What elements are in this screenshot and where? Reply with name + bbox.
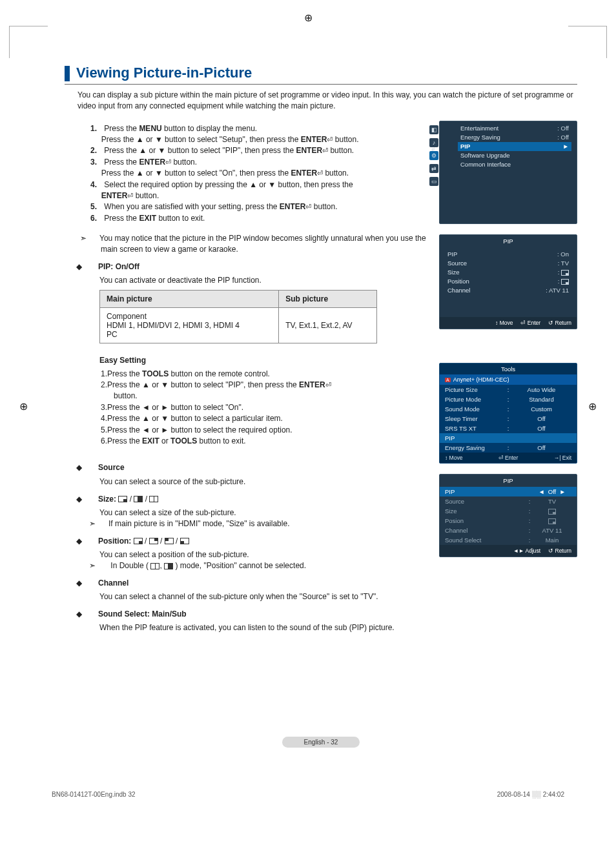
easy-setting-title: Easy Setting xyxy=(99,356,146,365)
pip-unnatural-note: ➣You may notice that the picture in the … xyxy=(65,233,426,255)
pip-onoff-desc: You can activate or deactivate the PIP f… xyxy=(99,275,426,286)
size-double-icon xyxy=(150,563,159,569)
page-title: Viewing Picture-in-Picture xyxy=(76,65,252,81)
osd-pip-adjust-menu: PIP PIP ◄ Off ► Source:TV Size: Posion: … xyxy=(439,474,577,557)
osd-row: Energy Saving: Off xyxy=(458,133,571,142)
doc-timestamp: 2008-08-14 ░░ 2:44:02 xyxy=(497,791,564,798)
step-3: 3. Press the ENTER ⏎ button. Press the ▲… xyxy=(90,157,426,179)
anynet-badge-icon: A xyxy=(445,378,451,382)
pos-tr-icon xyxy=(149,538,158,544)
osd-row: Software Upgrade xyxy=(458,151,571,160)
osd-row: Source: TV xyxy=(445,259,571,268)
osd-row: Energy Saving:Off xyxy=(440,443,577,453)
osd-row: PIP: On xyxy=(445,250,571,259)
osd-row: Channel:ATV 11 xyxy=(440,526,577,535)
osd-row-selected: PIP xyxy=(440,433,577,443)
osd-footer: ◄► Adjust ↺ Return xyxy=(440,545,577,557)
right-arrow-icon: ► xyxy=(560,488,566,495)
sound-tab-icon: ♪ xyxy=(429,138,438,147)
osd-row: Picture Mode:Standard xyxy=(440,394,577,404)
osd-footer: ↕ Move ⏎ Enter ↺ Return xyxy=(440,317,577,329)
step-2: 2. Press the ▲ or ▼ button to select "PI… xyxy=(90,145,426,156)
pos-tl-icon xyxy=(165,538,174,544)
step-5: 5. When you are satisfied with your sett… xyxy=(90,201,426,212)
position-heading: ◆Position: / / / xyxy=(88,536,426,547)
easy-steps: 1.Press the TOOLS button on the remote c… xyxy=(101,369,426,447)
osd-row: Sound Select:Main xyxy=(440,535,577,545)
enter-icon: ⏎ xyxy=(322,146,328,156)
osd-row: Common Interface xyxy=(458,160,571,169)
size-half-icon xyxy=(164,563,173,569)
title-accent-bar xyxy=(65,66,70,81)
osd-row: Size: xyxy=(445,268,571,277)
step-1: 1. Press the MENU button to display the … xyxy=(90,123,426,146)
osd-tools-title: Tools xyxy=(440,363,577,374)
osd-row: Source:TV xyxy=(440,496,577,506)
size-small-icon xyxy=(548,509,556,515)
size-small-icon xyxy=(118,496,127,502)
size-double-icon xyxy=(149,496,158,502)
osd-row: Picture Size:Auto Wide xyxy=(440,385,577,394)
osd-row: Sound Mode:Custom xyxy=(440,404,577,414)
channel-desc: You can select a channel of the sub-pict… xyxy=(99,591,426,602)
pos-br-icon xyxy=(548,518,556,524)
doc-filename: BN68-01412T-00Eng.indb 32 xyxy=(52,791,136,798)
enter-icon: ⏎ xyxy=(325,380,331,391)
size-desc: You can select a size of the sub-picture… xyxy=(99,507,426,518)
source-desc: You can select a source of the sub-pictu… xyxy=(99,476,426,487)
intro-text: You can display a sub picture within the… xyxy=(77,90,577,112)
sound-select-desc: When the PIP feature is activated, you c… xyxy=(99,622,426,633)
print-footer: BN68-01412T-00Eng.indb 32 2008-08-14 ░░ … xyxy=(52,791,564,798)
size-note: ➣If main picture is in "HDMI" mode, "Siz… xyxy=(99,518,426,529)
osd-row: Channel: ATV 11 xyxy=(445,286,571,295)
channel-heading: ◆Channel xyxy=(88,578,426,589)
page-number-badge: English - 32 xyxy=(282,737,360,748)
source-heading: ◆Source xyxy=(88,462,426,473)
osd-tools-menu: Tools AAnynet+ (HDMI-CEC) Picture Size:A… xyxy=(439,363,577,464)
osd-row: Sleep Timer:Off xyxy=(440,414,577,424)
osd-row: SRS TS XT:Off xyxy=(440,424,577,433)
source-table: Main pictureSub picture Component HDMI 1… xyxy=(99,290,377,343)
main-steps: 1. Press the MENU button to display the … xyxy=(90,123,426,225)
picture-tab-icon: ◧ xyxy=(429,125,438,134)
sound-select-heading: ◆Sound Select: Main/Sub xyxy=(88,609,426,620)
th-main: Main picture xyxy=(100,290,279,307)
osd-tab-rail: ◧ ♪ ⚙ ⇄ ▭ xyxy=(429,125,438,186)
osd-tools-header: AAnynet+ (HDMI-CEC) xyxy=(440,374,577,385)
td-sub: TV, Ext.1, Ext.2, AV xyxy=(279,307,377,343)
osd-pip-title: PIP xyxy=(440,235,577,247)
enter-icon: ⏎ xyxy=(127,191,133,201)
setup-tab-icon: ⚙ xyxy=(429,151,438,160)
enter-icon: ⏎ xyxy=(317,169,323,179)
position-desc: You can select a position of the sub-pic… xyxy=(99,549,426,560)
osd-footer: ↕ Move ⏎ Enter →| Exit xyxy=(440,453,577,463)
osd-row-selected: PIP ◄ Off ► xyxy=(440,487,577,496)
step-6: 6. Press the EXIT button to exit. xyxy=(90,213,426,224)
pos-br-icon xyxy=(561,279,569,285)
left-arrow-icon: ◄ xyxy=(539,488,544,495)
app-tab-icon: ▭ xyxy=(429,177,438,186)
osd-row: Entertainment: Off xyxy=(458,124,571,133)
size-heading: ◆Size: / / xyxy=(88,494,426,505)
th-sub: Sub picture xyxy=(279,290,377,307)
position-note: ➣ In Double ( , ) mode, "Position" canno… xyxy=(99,560,426,571)
size-small-icon xyxy=(561,270,569,276)
osd-row: Size: xyxy=(440,506,577,516)
step-4: 4. Select the required option by pressin… xyxy=(90,179,426,202)
input-tab-icon: ⇄ xyxy=(429,164,438,173)
osd-row: Position: xyxy=(445,277,571,286)
osd-row-selected: PIP► xyxy=(458,142,571,151)
section-title-row: Viewing Picture-in-Picture xyxy=(65,65,577,85)
size-half-icon xyxy=(134,496,143,502)
osd-pip2-title: PIP xyxy=(440,475,577,487)
pip-onoff: ◆PIP: On/Off xyxy=(88,261,426,272)
osd-row: Posion: xyxy=(440,516,577,526)
pos-br-icon xyxy=(134,538,143,544)
osd-pip-menu: PIP PIP: On Source: TV Size: Position: C… xyxy=(439,234,577,329)
pos-bl-icon xyxy=(180,538,189,544)
osd-setup-menu: Setup ◧ ♪ ⚙ ⇄ ▭ Entertainment: Off Energ… xyxy=(439,121,577,224)
td-main: Component HDMI 1, HDMI/DVI 2, HDMI 3, HD… xyxy=(100,307,279,343)
enter-icon: ⏎ xyxy=(165,158,171,168)
